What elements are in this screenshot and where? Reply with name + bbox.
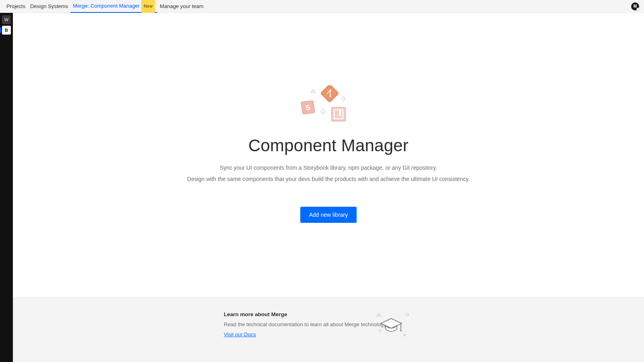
learn-docs-link[interactable]: Visit our Docs bbox=[224, 331, 256, 337]
rail-item-w[interactable]: W bbox=[2, 15, 11, 24]
avatar[interactable]: M bbox=[631, 2, 639, 10]
nav-design-systems[interactable]: Design Systems bbox=[28, 0, 70, 13]
nav-projects[interactable]: Projects bbox=[4, 0, 28, 13]
nav-merge-label: Merge: Component Manager bbox=[73, 0, 140, 12]
badge-new: New bbox=[141, 0, 155, 13]
add-library-button[interactable]: Add new library bbox=[300, 207, 357, 223]
learn-body: Read the technical documentation to lear… bbox=[224, 321, 449, 327]
hero-illustration: S bbox=[298, 85, 359, 125]
graduation-cap-icon bbox=[369, 309, 413, 343]
nav-merge[interactable]: Merge: Component Manager New bbox=[70, 0, 157, 13]
learn-more-section: Learn more about Merge Read the technica… bbox=[13, 297, 644, 362]
hero-subtitle-1: Sync your UI components from a Storybook… bbox=[220, 163, 437, 173]
svg-point-13 bbox=[379, 329, 381, 332]
rail-item-b[interactable]: B bbox=[2, 26, 11, 35]
svg-point-1 bbox=[342, 97, 345, 100]
hero-title: Component Manager bbox=[248, 136, 409, 155]
hero-subtitle-2: Design with the same components that you… bbox=[187, 175, 470, 184]
main-area: S Component Manager Sync your UI compone… bbox=[13, 13, 644, 362]
hero: S Component Manager Sync your UI compone… bbox=[13, 13, 644, 297]
nav-manage-team[interactable]: Manage your team bbox=[157, 0, 206, 13]
left-rail: W B bbox=[0, 13, 13, 362]
svg-rect-10 bbox=[339, 110, 341, 116]
svg-rect-2 bbox=[321, 109, 325, 114]
svg-marker-0 bbox=[311, 89, 315, 93]
svg-rect-3 bbox=[320, 85, 339, 103]
svg-marker-14 bbox=[381, 319, 402, 328]
svg-point-16 bbox=[400, 330, 402, 331]
svg-marker-11 bbox=[377, 314, 381, 316]
learn-heading: Learn more about Merge bbox=[224, 311, 449, 317]
top-nav: Projects Design Systems Merge: Component… bbox=[0, 0, 644, 13]
svg-point-12 bbox=[406, 313, 409, 316]
